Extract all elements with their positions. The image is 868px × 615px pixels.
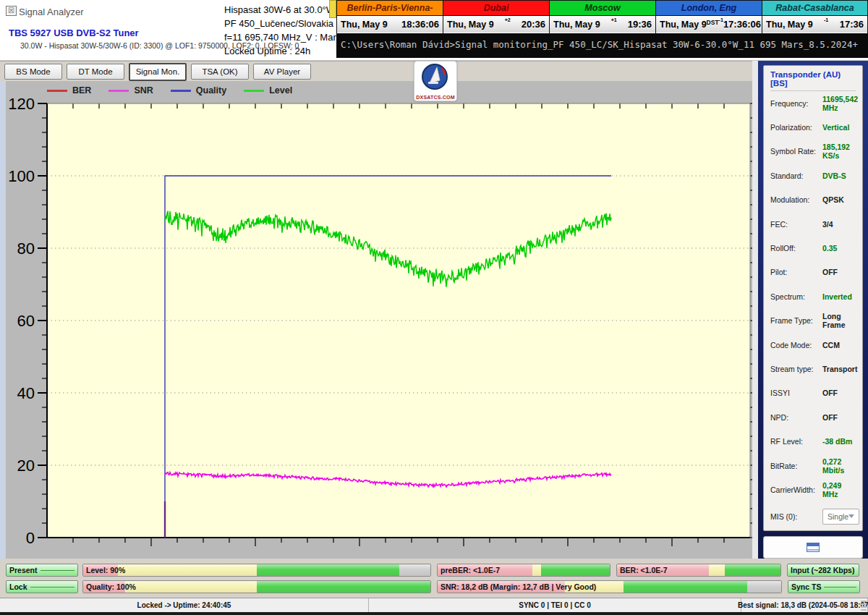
clock-widget: Berlin-Paris-Vienna-RomaThu, May 918:36:… — [336, 0, 443, 34]
meter-segment-gray — [399, 564, 430, 576]
meter-segment-green — [624, 581, 747, 593]
satellite-dish-icon — [420, 62, 451, 93]
tab-signal-mon-[interactable]: Signal Mon. — [129, 63, 187, 81]
clock-date: Thu, May 9 — [447, 20, 494, 30]
annotation-block: Hispasat 30W-6 at 30.0°W PF 450_Lučenec/… — [224, 3, 340, 58]
terminal-line: C:\Users\Roman Dávid>Signal monitoring_P… — [336, 34, 868, 58]
transponder-row: ISSYIOFF — [770, 381, 856, 405]
transponder-label: Modulation: — [770, 195, 822, 204]
transponder-row: Modulation:QPSK — [770, 188, 856, 212]
clock-city: Berlin-Paris-Vienna-Roma — [337, 1, 443, 16]
svg-text:60: 60 — [17, 312, 35, 330]
mis-dropdown[interactable]: Single — [822, 509, 859, 525]
footer-cell: Best signal: 18,3 dB (2024-05-08 18:07) — [741, 598, 868, 612]
transponder-label: Standard: — [770, 171, 822, 180]
transponder-row: BitRate:0,272 Mbit/s — [770, 454, 856, 478]
transponder-value: QPSK — [822, 195, 844, 204]
meter-segment-yellow — [709, 564, 726, 576]
transponder-label: Polarization: — [770, 123, 822, 132]
transponder-row: FEC:3/4 — [770, 212, 856, 236]
legend-item: Quality — [171, 85, 226, 96]
tab-bs-mode[interactable]: BS Mode — [4, 64, 62, 80]
transponder-label: Pilot: — [770, 268, 822, 276]
meter-label: preBER: <1.0E-7 — [441, 564, 500, 577]
transponder-row: Standard:DVB-S — [770, 164, 856, 187]
legend-swatch — [47, 90, 67, 92]
meter-label: SNR: 18,2 dB (Margin: 12,7 dB | Very Goo… — [441, 581, 596, 593]
transponder-label: Spectrum: — [770, 292, 822, 301]
clock-date: Thu, May 9 — [553, 20, 600, 30]
status-meter: SNR: 18,2 dB (Margin: 12,7 dB | Very Goo… — [437, 580, 782, 593]
transponder-value: 0.35 — [822, 244, 837, 253]
chart-legend: BERSNRQualityLevel — [47, 85, 310, 96]
transponder-label: Code Mode: — [770, 341, 822, 349]
transponder-value: Inverted — [822, 292, 852, 301]
panel-gap — [752, 61, 758, 559]
legend-item: BER — [47, 85, 91, 96]
legend-item: Level — [244, 85, 292, 96]
meter-segment-green — [257, 564, 399, 576]
clock-time: 17:36 — [840, 19, 864, 30]
show-panel-button[interactable] — [763, 536, 863, 559]
legend-label: SNR — [134, 85, 153, 96]
status-meter: Quality: 100% — [82, 580, 431, 593]
signal-chart-panel: 020406080100120 BERSNRQualityLevel — [6, 81, 752, 559]
transponder-label: NPD: — [770, 413, 822, 422]
transponder-value: Long Frame — [822, 312, 856, 329]
svg-text:120: 120 — [8, 95, 35, 113]
mis-value: Single — [827, 512, 848, 521]
meter-segment-gray — [747, 581, 782, 593]
clock-time: 18:36:06 — [401, 19, 439, 30]
tab-tsa-ok-[interactable]: TSA (OK) — [191, 64, 249, 80]
clock-city: Dubai — [443, 1, 549, 16]
transponder-label: Frequency: — [770, 99, 822, 108]
window-left-edge — [0, 81, 6, 559]
clock-utc-offset: +1 — [600, 17, 628, 26]
meter-label: Level: 90% — [86, 564, 125, 577]
status-lamp-label: Sync TS — [791, 582, 821, 591]
meter-label: Quality: 100% — [86, 581, 136, 593]
transponder-label: BitRate: — [770, 462, 822, 470]
transponder-value: OFF — [822, 413, 838, 422]
clock-widget: Rabat-CasablancaThu, May 9-117:36 — [762, 0, 868, 34]
clock-edge-chip — [329, 0, 336, 18]
dxsatcs-logo: DXSATCS.COM — [414, 61, 457, 101]
transponder-value: 0,249 MHz — [822, 481, 856, 499]
transponder-row: Polarization:Vertical — [770, 115, 856, 139]
window-title: Signal Analyzer — [19, 7, 84, 17]
resize-grip[interactable] — [861, 601, 867, 611]
legend-swatch — [171, 90, 191, 92]
transponder-row: Symbol Rate:185,192 KS/s — [770, 140, 856, 164]
annotation-line: f=11 695,740 MHz_V : Mars — [224, 30, 340, 44]
status-meter: preBER: <1.0E-7 — [437, 564, 610, 577]
status-footer: Locked -> Uptime: 24:40:45SYNC 0 | TEI 0… — [0, 598, 868, 612]
clock-widget: London, EngThu, May 9DST-117:36:06 — [655, 0, 762, 34]
legend-label: Level — [269, 85, 292, 96]
transponder-label: CarrierWidth: — [770, 485, 822, 494]
app-icon: ☒ — [6, 6, 17, 16]
transponder-value: 3/4 — [822, 220, 833, 229]
clock-utc-offset: -1 — [813, 17, 840, 26]
footer-cell: Locked -> Uptime: 24:40:45 — [0, 598, 369, 612]
svg-text:100: 100 — [8, 167, 35, 185]
status-meter: Level: 90% — [82, 564, 431, 577]
transponder-card: Transponder (AU) [BS] Frequency:11695,54… — [763, 65, 863, 531]
status-lamp: Present — [6, 564, 78, 577]
tab-dt-mode[interactable]: DT Mode — [67, 64, 124, 80]
transponder-value: Vertical — [822, 123, 849, 132]
clock-date: Thu, May 9 — [660, 20, 707, 30]
clock-time: 17:36:06 — [723, 19, 761, 30]
transponder-sidebar: Transponder (AU) [BS] Frequency:11695,54… — [758, 61, 868, 559]
status-row-1: PresentLevel: 90%preBER: <1.0E-7BER: <1.… — [6, 564, 868, 577]
clock-time: 20:36 — [522, 19, 545, 30]
transponder-row: RollOff:0.35 — [770, 236, 856, 260]
status-lamp: Input (~282 Kbps) — [787, 564, 859, 577]
transponder-row: RF Level:-38 dBm — [770, 429, 856, 453]
transponder-row: Spectrum:Inverted — [770, 284, 856, 308]
window-bottom-edge — [0, 612, 868, 615]
clock-date: Thu, May 9 — [766, 20, 813, 30]
legend-swatch — [109, 90, 129, 92]
meter-segment-green — [541, 564, 610, 576]
tab-av-player[interactable]: AV Player — [253, 64, 311, 80]
chevron-down-icon — [848, 514, 854, 518]
